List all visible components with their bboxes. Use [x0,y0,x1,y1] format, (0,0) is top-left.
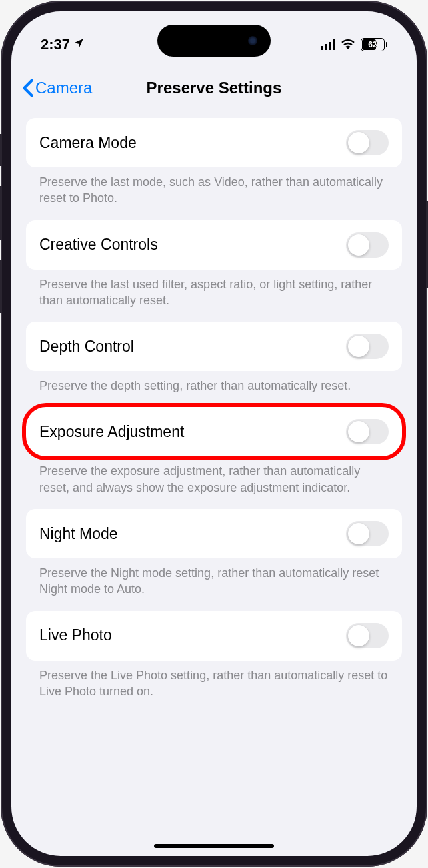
toggle-switch[interactable] [346,521,389,546]
settings-label: Night Mode [39,525,118,543]
settings-footer: Preserve the Night mode setting, rather … [26,558,402,598]
toggle-knob [348,132,369,153]
settings-label: Depth Control [39,338,134,356]
toggle-switch[interactable] [346,419,389,444]
settings-footer: Preserve the last used filter, aspect ra… [26,270,402,309]
settings-label: Exposure Adjustment [39,423,184,441]
settings-footer: Preserve the Live Photo setting, rather … [26,661,402,700]
toggle-knob [348,336,369,357]
toggle-knob [348,523,369,544]
screen: 2:37 [11,11,417,856]
settings-group: Live PhotoPreserve the Live Photo settin… [26,611,402,700]
dynamic-island [157,25,271,57]
status-time: 2:37 [41,36,70,53]
back-button[interactable]: Camera [22,79,92,97]
settings-row[interactable]: Night Mode [26,509,402,558]
chevron-left-icon [22,79,34,97]
toggle-knob [348,421,369,442]
toggle-knob [348,625,369,646]
nav-header: Camera Preserve Settings [11,67,417,109]
toggle-switch[interactable] [346,130,389,155]
settings-footer: Preserve the depth setting, rather than … [26,371,402,394]
settings-group: Creative ControlsPreserve the last used … [26,220,402,309]
settings-row[interactable]: Camera Mode [26,118,402,167]
settings-label: Camera Mode [39,134,137,152]
toggle-switch[interactable] [346,623,389,648]
page-title: Preserve Settings [147,79,282,97]
settings-footer: Preserve the exposure adjustment, rather… [26,456,402,496]
settings-group: Exposure AdjustmentPreserve the exposure… [26,407,402,496]
settings-group: Camera ModePreserve the last mode, such … [26,118,402,207]
settings-row[interactable]: Exposure Adjustment [26,407,402,456]
settings-group: Depth ControlPreserve the depth setting,… [26,322,402,394]
back-label: Camera [35,79,92,97]
settings-row[interactable]: Depth Control [26,322,402,371]
phone-frame: 2:37 [1,1,427,867]
settings-group: Night ModePreserve the Night mode settin… [26,509,402,598]
toggle-knob [348,234,369,256]
settings-row[interactable]: Creative Controls [26,220,402,270]
wifi-icon [341,36,355,53]
settings-row[interactable]: Live Photo [26,611,402,661]
toggle-switch[interactable] [346,232,389,258]
settings-label: Live Photo [39,626,112,644]
settings-content[interactable]: Camera ModePreserve the last mode, such … [11,109,417,699]
settings-footer: Preserve the last mode, such as Video, r… [26,167,402,207]
cellular-signal-icon [321,39,335,50]
battery-icon: 62 [361,38,387,51]
toggle-switch[interactable] [346,334,389,359]
location-icon [73,36,85,53]
home-indicator[interactable] [154,844,274,848]
settings-label: Creative Controls [39,236,158,254]
battery-percent: 62 [368,40,377,49]
